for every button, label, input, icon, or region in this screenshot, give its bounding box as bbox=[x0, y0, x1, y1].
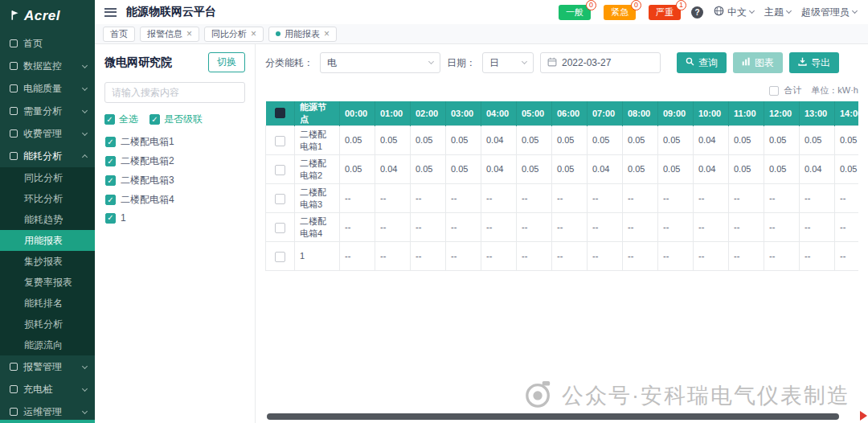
select-all-option[interactable]: ✓ 全选 bbox=[104, 113, 138, 126]
query-button[interactable]: 查询 bbox=[677, 52, 727, 73]
tab-label: 报警信息 bbox=[147, 28, 182, 40]
value-cell: -- bbox=[729, 184, 764, 213]
tree-node-0[interactable]: ✓二楼配电箱1 bbox=[105, 135, 245, 149]
value-cell: -- bbox=[835, 213, 859, 242]
tab-1[interactable]: 报警信息× bbox=[140, 27, 199, 42]
switch-org-button[interactable]: 切换 bbox=[208, 52, 245, 72]
sidebar-subitem-8[interactable]: 能源流向 bbox=[0, 335, 95, 355]
node-list: ✓二楼配电箱1✓二楼配电箱2✓二楼配电箱3✓二楼配电箱4✓1 bbox=[104, 135, 245, 224]
search-icon bbox=[686, 57, 694, 68]
table-row-0[interactable]: 二楼配电箱10.050.050.050.050.040.050.050.050.… bbox=[266, 126, 859, 155]
hour-column-header: 04:00 bbox=[481, 101, 517, 126]
select-all-checkbox[interactable]: ✓ bbox=[104, 114, 115, 125]
hour-column-header: 06:00 bbox=[552, 101, 588, 126]
submenu: 同比分析环比分析能耗趋势用能报表集抄报表复费率报表能耗排名损耗分析能源流向 bbox=[0, 167, 95, 355]
value-cell: 0.05 bbox=[552, 126, 588, 155]
sidebar-subitem-4[interactable]: 集抄报表 bbox=[0, 251, 95, 272]
total-checkbox[interactable] bbox=[769, 86, 779, 96]
sidebar-subitem-6[interactable]: 能耗排名 bbox=[0, 293, 95, 314]
value-cell: -- bbox=[446, 213, 481, 242]
subitem-label: 复费率报表 bbox=[24, 276, 72, 290]
tree-node-checkbox[interactable]: ✓ bbox=[105, 137, 116, 147]
chevron-down-icon bbox=[428, 59, 434, 64]
value-cell: -- bbox=[588, 242, 623, 271]
sidebar-subitem-3[interactable]: 用能报表 bbox=[0, 230, 95, 251]
alarm-badge-1[interactable]: 紧急0 bbox=[604, 5, 636, 20]
sidebar-subitem-2[interactable]: 能耗趋势 bbox=[0, 209, 95, 230]
close-icon[interactable]: × bbox=[324, 29, 330, 39]
active-tab-dot bbox=[276, 31, 280, 36]
sidebar-subitem-5[interactable]: 复费率报表 bbox=[0, 272, 95, 293]
menu-collapse-icon[interactable] bbox=[104, 8, 117, 17]
badge-count: 1 bbox=[676, 0, 686, 10]
sidebar-item-7[interactable]: 充电桩 bbox=[0, 378, 95, 400]
sidebar-item-5[interactable]: 能耗分析 bbox=[0, 145, 95, 167]
alarm-badge-0[interactable]: 一般0 bbox=[559, 5, 591, 20]
cascade-option[interactable]: ✓ 是否级联 bbox=[149, 113, 203, 126]
table-row-4[interactable]: 1------------------------------ bbox=[266, 242, 859, 271]
horizontal-scrollbar[interactable] bbox=[267, 413, 839, 420]
value-cell: -- bbox=[588, 184, 623, 213]
table-row-1[interactable]: 二楼配电箱20.050.040.050.050.040.050.050.040.… bbox=[266, 155, 859, 184]
header-checkbox-cell bbox=[266, 101, 295, 126]
energy-report-table: 能源节点00:0001:0002:0003:0004:0005:0006:000… bbox=[265, 101, 858, 271]
sidebar-item-1[interactable]: 数据监控 bbox=[0, 55, 95, 77]
user-label: 超级管理员 bbox=[801, 6, 850, 19]
scroll-right-arrow[interactable] bbox=[860, 411, 867, 421]
tab-3[interactable]: 用能报表× bbox=[268, 27, 337, 42]
sidebar-subitem-7[interactable]: 损耗分析 bbox=[0, 314, 95, 335]
logo-text: Acrel bbox=[24, 8, 60, 24]
tree-node-3[interactable]: ✓二楼配电箱4 bbox=[105, 193, 245, 207]
tree-node-checkbox[interactable]: ✓ bbox=[105, 175, 116, 186]
sidebar-item-3[interactable]: 需量分析 bbox=[0, 100, 95, 122]
export-button[interactable]: 导出 bbox=[789, 52, 839, 73]
tab-0[interactable]: 首页 bbox=[103, 27, 135, 42]
tree-search-input[interactable] bbox=[104, 82, 245, 103]
value-cell: 0.05 bbox=[623, 126, 658, 155]
sidebar-item-label: 运维管理 bbox=[23, 405, 62, 419]
chart-button[interactable]: 图表 bbox=[733, 52, 783, 73]
granularity-select[interactable]: 日 bbox=[482, 52, 534, 73]
language-selector[interactable]: 中文 bbox=[714, 6, 754, 19]
tree-node-4[interactable]: ✓1 bbox=[105, 212, 245, 224]
value-cell: 0.05 bbox=[800, 126, 835, 155]
user-menu[interactable]: 超级管理员 bbox=[801, 6, 857, 19]
row-checkbox[interactable] bbox=[275, 194, 285, 204]
row-checkbox[interactable] bbox=[275, 165, 285, 175]
date-picker[interactable]: 2022-03-27 bbox=[540, 52, 661, 73]
sidebar-subitem-1[interactable]: 环比分析 bbox=[0, 188, 95, 209]
sidebar-item-label: 首页 bbox=[23, 37, 43, 51]
value-cell: 0.04 bbox=[481, 126, 517, 155]
select-all-rows-checkbox[interactable] bbox=[275, 108, 285, 118]
table-row-2[interactable]: 二楼配电箱3------------------------------ bbox=[266, 184, 859, 213]
sidebar-item-0[interactable]: 首页 bbox=[0, 32, 95, 55]
logo[interactable]: Acrel bbox=[0, 0, 95, 32]
tree-node-2[interactable]: ✓二楼配电箱3 bbox=[105, 174, 245, 187]
sidebar-item-6[interactable]: 报警管理 bbox=[0, 355, 95, 378]
help-icon[interactable]: ? bbox=[691, 6, 703, 18]
tree-node-1[interactable]: ✓二楼配电箱2 bbox=[105, 154, 245, 168]
row-checkbox[interactable] bbox=[275, 223, 285, 233]
tree-node-checkbox[interactable]: ✓ bbox=[105, 195, 116, 205]
sidebar-item-4[interactable]: 收费管理 bbox=[0, 122, 95, 145]
close-icon[interactable]: × bbox=[186, 29, 192, 39]
theme-selector[interactable]: 主题 bbox=[764, 6, 791, 19]
category-select[interactable]: 电 bbox=[320, 52, 440, 73]
row-checkbox[interactable] bbox=[275, 136, 285, 146]
alarm-badge-2[interactable]: 严重1 bbox=[649, 5, 681, 20]
value-cell: -- bbox=[552, 242, 588, 271]
hour-column-header: 10:00 bbox=[694, 101, 729, 126]
tree-node-checkbox[interactable]: ✓ bbox=[105, 213, 116, 224]
value-cell: 0.05 bbox=[340, 126, 375, 155]
close-icon[interactable]: × bbox=[251, 29, 256, 39]
value-cell: -- bbox=[764, 213, 800, 242]
sidebar-subitem-0[interactable]: 同比分析 bbox=[0, 167, 95, 188]
table-row-3[interactable]: 二楼配电箱4------------------------------ bbox=[266, 213, 859, 242]
value-cell: 0.05 bbox=[623, 155, 658, 184]
row-checkbox[interactable] bbox=[275, 252, 285, 262]
cascade-checkbox[interactable]: ✓ bbox=[149, 114, 160, 125]
value-cell: -- bbox=[623, 242, 658, 271]
sidebar-item-2[interactable]: 电能质量 bbox=[0, 77, 95, 100]
tree-node-checkbox[interactable]: ✓ bbox=[105, 156, 116, 166]
tab-2[interactable]: 同比分析× bbox=[204, 27, 264, 42]
